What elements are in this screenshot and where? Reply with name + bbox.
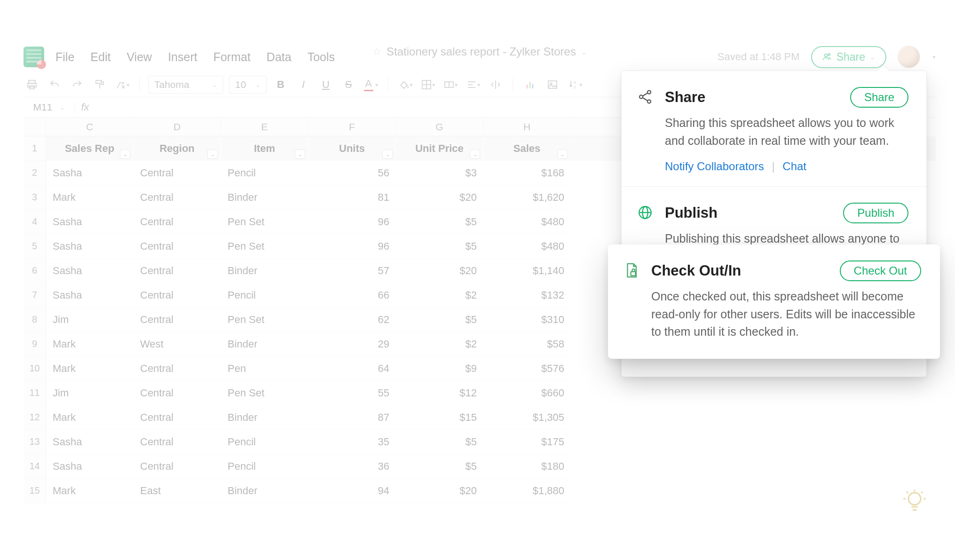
cell-item[interactable]: Pen Set [221,210,308,234]
cell-item[interactable]: Binder [221,185,308,210]
avatar-caret-icon[interactable]: ▾ [932,53,936,61]
wrap-icon[interactable] [487,76,504,93]
merge-icon[interactable]: ▾ [442,76,459,93]
row-header[interactable]: 5 [24,234,46,259]
cell-sales[interactable]: $576 [483,356,571,381]
cell-region[interactable]: Central [134,454,221,479]
table-row[interactable]: MarkCentralBinder87$15$1,305 [46,405,936,430]
image-icon[interactable] [544,76,561,93]
cell-price[interactable]: $20 [396,185,483,210]
cell-region[interactable]: Central [134,381,221,405]
cell-units[interactable]: 29 [308,332,396,356]
cell-sales[interactable]: $1,140 [483,259,571,283]
filter-icon[interactable]: ⌄ [382,150,393,159]
cell-region[interactable]: Central [134,430,221,454]
cell-region[interactable]: East [134,479,221,503]
cell-item[interactable]: Pencil [221,283,308,308]
table-row[interactable]: SashaCentralPencil36$5$180 [46,454,936,479]
checkout-action-button[interactable]: Check Out [840,260,921,281]
chat-link[interactable]: Chat [782,160,806,173]
cell-price[interactable]: $20 [396,259,483,283]
cell-item[interactable]: Pen Set [221,381,308,405]
cell-rep[interactable]: Sasha [46,234,134,259]
cell-region[interactable]: West [134,332,221,356]
cell-rep[interactable]: Sasha [46,430,134,454]
cell-rep[interactable]: Sasha [46,259,134,283]
cell-units[interactable]: 55 [308,381,396,405]
cell-price[interactable]: $20 [396,479,483,503]
filter-icon[interactable]: ⌄ [557,150,568,159]
cell-region[interactable]: Central [134,234,221,259]
cell-sales[interactable]: $1,880 [483,479,571,503]
filter-icon[interactable]: ⌄ [207,150,218,159]
menu-tools[interactable]: Tools [308,50,335,64]
cell-region[interactable]: Central [134,356,221,381]
publish-action-button[interactable]: Publish [843,203,908,223]
title-caret-icon[interactable]: ⌄ [581,47,587,56]
row-header[interactable]: 15 [24,479,46,503]
cell-rep[interactable]: Mark [46,356,134,381]
col-header[interactable]: C [46,118,134,136]
menu-insert[interactable]: Insert [168,50,197,64]
cell-rep[interactable]: Jim [46,381,134,405]
cell-units[interactable]: 87 [308,405,396,430]
cell-rep[interactable]: Mark [46,185,134,210]
strike-button[interactable]: S [340,76,357,93]
cell-rep[interactable]: Sasha [46,210,134,234]
cell-sales[interactable]: $480 [483,210,571,234]
document-title[interactable]: Stationery sales report - Zylker Stores [387,45,576,58]
chart-icon[interactable] [521,76,538,93]
cell-rep[interactable]: Sasha [46,454,134,479]
cell-price[interactable]: $5 [396,210,483,234]
font-color-button[interactable]: A ▾ [363,76,379,93]
cell-units[interactable]: 96 [308,210,396,234]
cell-item[interactable]: Binder [221,479,308,503]
cell-units[interactable]: 64 [308,356,396,381]
cell-rep[interactable]: Mark [46,405,134,430]
cell-units[interactable]: 35 [308,430,396,454]
cell-region[interactable]: Central [134,283,221,308]
cell-price[interactable]: $2 [396,332,483,356]
filter-icon[interactable]: ⌄ [120,150,130,159]
cell-item[interactable]: Pen [221,356,308,381]
cell-sales[interactable]: $58 [483,332,571,356]
fill-color-icon[interactable]: ▾ [397,76,414,93]
row-header[interactable]: 6 [24,259,46,283]
underline-button[interactable]: U [317,76,334,93]
cell-units[interactable]: 56 [308,161,396,185]
cell-units[interactable]: 66 [308,283,396,308]
clear-format-icon[interactable]: ▾ [114,76,131,93]
menu-view[interactable]: View [126,50,152,64]
borders-icon[interactable]: ▾ [419,76,436,93]
menu-edit[interactable]: Edit [90,50,110,64]
cell-price[interactable]: $5 [396,234,483,259]
row-header[interactable]: 7 [24,283,46,308]
cell-rep[interactable]: Sasha [46,161,134,185]
paint-format-icon[interactable] [91,76,108,93]
cell-item[interactable]: Binder [221,405,308,430]
cell-item[interactable]: Pen Set [221,234,308,259]
cell-units[interactable]: 36 [308,454,396,479]
cell-price[interactable]: $9 [396,356,483,381]
row-header[interactable]: 11 [24,381,46,405]
cell-region[interactable]: Central [134,405,221,430]
redo-icon[interactable] [69,76,86,93]
cell-price[interactable]: $5 [396,308,483,332]
fx-icon[interactable]: fx [75,101,95,113]
cell-rep[interactable]: Mark [46,479,134,503]
cell-price[interactable]: $15 [396,405,483,430]
name-box[interactable]: M11⌄ [24,102,75,113]
cell-rep[interactable]: Mark [46,332,134,356]
cell-sales[interactable]: $132 [483,283,571,308]
row-header[interactable]: 3 [24,185,46,210]
cell-region[interactable]: Central [134,185,221,210]
cell-sales[interactable]: $175 [483,430,571,454]
col-header[interactable]: H [483,118,571,136]
cell-sales[interactable]: $1,620 [483,185,571,210]
menu-format[interactable]: Format [213,50,251,64]
row-header[interactable]: 12 [24,405,46,430]
select-all-corner[interactable] [24,118,46,136]
menu-file[interactable]: File [55,50,74,64]
cell-sales[interactable]: $480 [483,234,571,259]
cell-item[interactable]: Pencil [221,454,308,479]
